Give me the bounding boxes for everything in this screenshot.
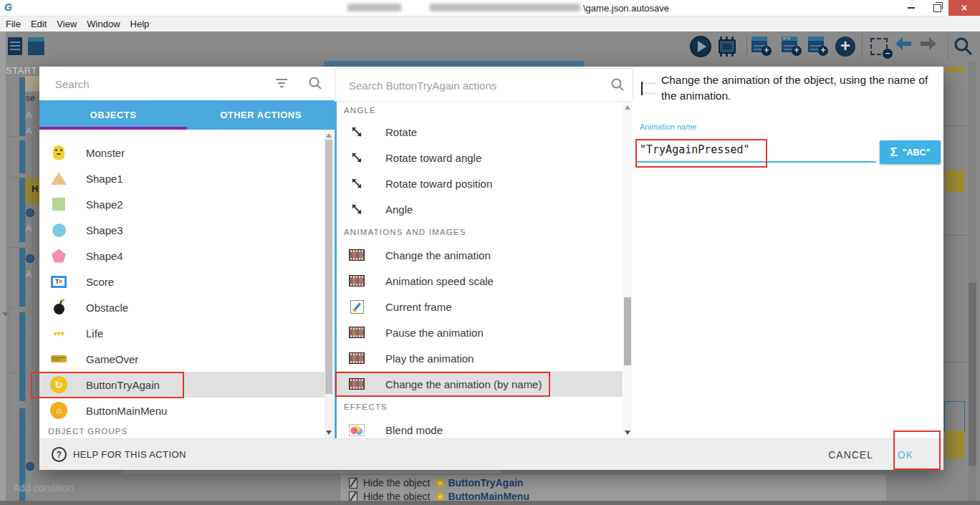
objects-search-input[interactable] bbox=[54, 74, 264, 94]
scene-editor-icon[interactable] bbox=[27, 36, 48, 57]
actions-search-input[interactable] bbox=[347, 76, 587, 95]
add-condition-link: Add condition bbox=[13, 482, 74, 494]
debug-icon[interactable] bbox=[716, 36, 738, 57]
action-item-play-animation[interactable]: Play the animation bbox=[337, 345, 623, 371]
events-scrollbar-thumb[interactable] bbox=[969, 283, 976, 466]
scroll-down-icon[interactable] bbox=[326, 431, 332, 435]
event-fragment bbox=[25, 76, 39, 92]
filmstrip-icon bbox=[641, 82, 643, 95]
action-item-pause-animation[interactable]: Pause the animation bbox=[337, 319, 623, 345]
square-icon bbox=[52, 198, 65, 211]
add-external-layout-icon[interactable]: + bbox=[807, 36, 826, 54]
object-label: Monster bbox=[86, 147, 125, 159]
event-separator bbox=[943, 125, 969, 126]
undo-icon[interactable] bbox=[893, 36, 915, 57]
list-item-monster[interactable]: Monster bbox=[39, 140, 325, 165]
search-icon[interactable] bbox=[610, 77, 625, 92]
action-label: Animation speed scale bbox=[385, 275, 494, 287]
redacted-title-segment bbox=[347, 4, 401, 11]
actions-scrollbar[interactable] bbox=[623, 102, 632, 438]
menu-window[interactable]: Window bbox=[87, 19, 120, 29]
section-header-effects: EFFECTS bbox=[337, 397, 633, 417]
rotate-icon bbox=[347, 151, 366, 164]
section-header-animations: ANIMATIONS AND IMAGES bbox=[337, 222, 633, 242]
help-link[interactable]: ? HELP FOR THIS ACTION bbox=[52, 439, 186, 470]
action-row: Hide the object ButtonTryAgain bbox=[342, 475, 886, 491]
action-text: Hide the object bbox=[363, 477, 430, 489]
redo-icon[interactable] bbox=[918, 36, 940, 57]
action-label: Pause the animation bbox=[385, 327, 484, 339]
expression-editor-button[interactable]: Σ "ABC" bbox=[880, 140, 941, 164]
object-label: ButtonMainMenu bbox=[86, 405, 167, 417]
list-item-buttonmainmenu[interactable]: ⌂ ButtonMainMenu bbox=[39, 398, 325, 423]
action-label: Rotate toward position bbox=[385, 178, 492, 190]
filter-icon[interactable] bbox=[276, 77, 289, 87]
objects-scrollbar[interactable] bbox=[325, 130, 333, 438]
scroll-down-icon[interactable] bbox=[625, 431, 630, 435]
object-label: Obstacle bbox=[86, 302, 128, 314]
action-item-change-animation[interactable]: Change the animation bbox=[337, 242, 623, 268]
sigma-icon: Σ bbox=[890, 145, 897, 160]
event-tree-tick bbox=[9, 177, 19, 178]
restore-button[interactable] bbox=[926, 0, 948, 16]
remove-icon[interactable] bbox=[869, 36, 890, 57]
object-thumbnail-icon bbox=[436, 492, 445, 501]
triangle-icon bbox=[51, 172, 67, 185]
project-manager-icon[interactable] bbox=[6, 36, 27, 57]
action-item-rotate[interactable]: Rotate bbox=[337, 119, 623, 145]
list-item-shape3[interactable]: Shape3 bbox=[39, 217, 325, 243]
close-icon: × bbox=[961, 2, 967, 14]
action-item-rotate-toward-position[interactable]: Rotate toward position bbox=[337, 170, 623, 196]
action-label: Current frame bbox=[385, 301, 452, 313]
list-item-life[interactable]: ♥♥♥ Life bbox=[39, 320, 325, 346]
menu-file[interactable]: File bbox=[6, 19, 21, 29]
list-item-gameover[interactable]: GameOver bbox=[39, 346, 325, 372]
add-scene-icon[interactable]: + bbox=[751, 36, 769, 54]
annotation-box-change-animation-by-name bbox=[335, 372, 550, 397]
list-item-shape4[interactable]: Shape4 bbox=[39, 243, 325, 269]
menubar: File Edit View Window Help bbox=[0, 16, 980, 32]
event-indent-bar bbox=[19, 248, 26, 307]
action-label: Angle bbox=[385, 203, 413, 216]
menu-help[interactable]: Help bbox=[130, 19, 150, 29]
list-item-shape2[interactable]: Shape2 bbox=[39, 191, 325, 217]
selected-event-fragment bbox=[946, 431, 964, 459]
condition-gear-icon bbox=[27, 463, 34, 470]
list-item-score[interactable]: Tx Score bbox=[39, 269, 325, 294]
bottom-strip bbox=[0, 501, 980, 505]
scroll-up-icon[interactable] bbox=[326, 133, 332, 138]
add-new-icon[interactable] bbox=[835, 36, 856, 57]
list-item-obstacle[interactable]: Obstacle bbox=[39, 294, 325, 320]
action-item-rotate-toward-angle[interactable]: Rotate toward angle bbox=[337, 145, 623, 170]
tab-objects[interactable]: OBJECTS bbox=[39, 100, 187, 130]
scroll-up-icon[interactable] bbox=[625, 105, 630, 110]
blend-mode-icon bbox=[349, 424, 365, 436]
play-icon[interactable] bbox=[690, 36, 711, 57]
search-icon[interactable] bbox=[953, 36, 974, 57]
filmstrip-icon bbox=[349, 275, 365, 287]
object-label: Score bbox=[86, 276, 114, 288]
circle-icon bbox=[52, 223, 66, 237]
tab-other-actions[interactable]: OTHER ACTIONS bbox=[187, 100, 335, 130]
cancel-button[interactable]: CANCEL bbox=[824, 439, 878, 470]
object-label: Shape1 bbox=[86, 173, 123, 185]
close-button[interactable]: × bbox=[948, 0, 980, 16]
actions-scrollbar-thumb[interactable] bbox=[624, 297, 631, 365]
action-item-current-frame[interactable]: Current frame bbox=[337, 294, 623, 319]
object-label: GameOver bbox=[86, 353, 138, 365]
add-external-events-icon[interactable]: + bbox=[781, 36, 799, 54]
objects-scrollbar-thumb[interactable] bbox=[325, 140, 332, 394]
annotation-box-ok-button bbox=[893, 431, 941, 470]
action-item-blend-mode[interactable]: Blend mode bbox=[337, 417, 623, 438]
annotation-box-animation-name-value bbox=[635, 139, 767, 168]
minimize-button[interactable] bbox=[897, 0, 926, 16]
search-icon[interactable] bbox=[308, 76, 322, 90]
list-item-shape1[interactable]: Shape1 bbox=[39, 165, 325, 191]
menu-edit[interactable]: Edit bbox=[31, 19, 47, 29]
rotate-icon bbox=[347, 177, 366, 190]
action-item-angle[interactable]: Angle bbox=[337, 196, 623, 222]
event-indent-bar bbox=[19, 312, 26, 401]
menu-view[interactable]: View bbox=[57, 19, 77, 29]
action-item-animation-speed-scale[interactable]: Animation speed scale bbox=[337, 268, 623, 294]
action-description: Change the animation of the object, usin… bbox=[661, 72, 946, 104]
